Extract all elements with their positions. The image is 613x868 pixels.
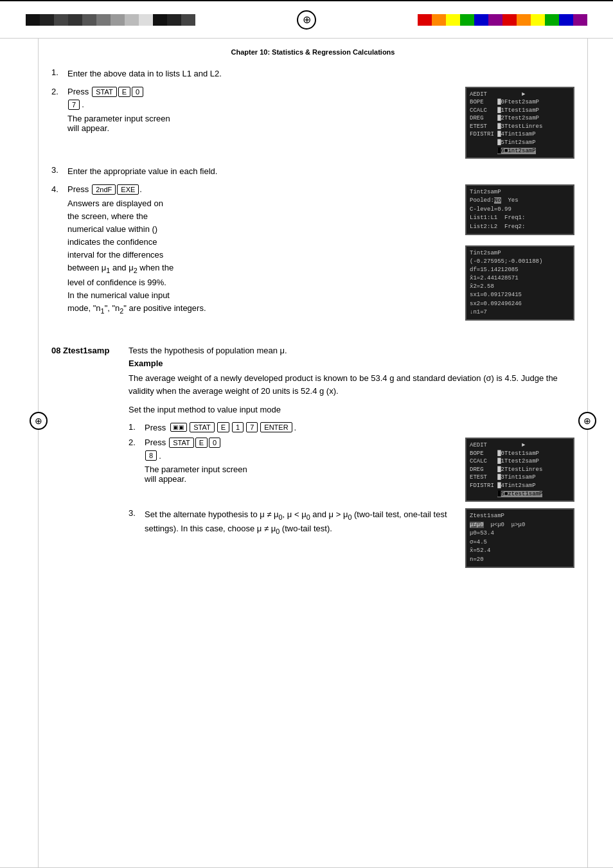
z-step-3-content: 3. Set the alternate hypothesis to μ ≠ μ…: [129, 508, 459, 536]
z-step-3-header: 3. Set the alternate hypothesis to μ ≠ μ…: [129, 508, 459, 536]
step-4-row: 4. Press 2ndF EXE . Answers are displaye…: [51, 184, 574, 321]
z-step-3-number: 3.: [129, 508, 145, 518]
z-step-1: 1. Press ▣▣ STAT E 1 7 ENTER .: [129, 422, 574, 432]
left-margin: ⊕: [0, 39, 39, 867]
ztest-desc: Tests the hypothesis of population mean …: [129, 346, 287, 355]
step-2-content: 2. Press STAT E 0 7 . The parameter inpu…: [51, 87, 459, 133]
compass-right-icon: ⊕: [578, 412, 596, 430]
step-4-screens: Tint2samP Pooled:No Yes C-level=0.99 Lis…: [465, 184, 574, 321]
step-2-period: .: [82, 100, 84, 109]
z-step-3-text: Set the alternate hypothesis to μ ≠ μ0, …: [145, 508, 459, 536]
screen-5: Ztest1samP μ≠μ0 μ<μ0 μ>μ0 μ0=53.4 σ=4.5 …: [465, 508, 574, 568]
main-content: Chapter 10: Statistics & Regression Calc…: [39, 39, 587, 867]
key-8-z2[interactable]: 8: [145, 450, 157, 461]
step-2-screens: AEDIT ► BOPE █0Ftest2samP CCALC █1Ttest1…: [465, 87, 574, 159]
key-1-z1[interactable]: 1: [232, 422, 244, 432]
step-2-key7: 7 .: [67, 100, 84, 110]
step-1-number: 1.: [51, 67, 67, 77]
screen-4: AEDIT ► BOPE █0Ttest1samP CCALC █1Ttest2…: [465, 438, 574, 502]
key-0-1[interactable]: 0: [132, 87, 143, 97]
key-enter-z1[interactable]: ENTER: [260, 422, 292, 432]
step-4-number: 4.: [51, 184, 67, 194]
step-4-header: 4. Press 2ndF EXE .: [51, 184, 459, 195]
step-4-content: 4. Press 2ndF EXE . Answers are displaye…: [51, 184, 459, 317]
step-3-text: Enter the appropriate value in each fiel…: [67, 165, 574, 178]
key-e-z1[interactable]: E: [217, 422, 229, 432]
step-2-press-label: Press: [67, 87, 89, 96]
step-2-row: 2. Press STAT E 0 7 . The parameter inpu…: [51, 87, 574, 159]
z-step-1-number: 1.: [129, 422, 145, 432]
example-title: Example: [129, 359, 574, 368]
key-stat-z2[interactable]: STAT: [169, 438, 193, 448]
z-step-3-screens: Ztest1samP μ≠μ0 μ<μ0 μ>μ0 μ0=53.4 σ=4.5 …: [465, 508, 574, 568]
screen-1: AEDIT ► BOPE █0Ftest2samP CCALC █1Ttest1…: [465, 87, 574, 159]
z-step-2-header: 2. Press STAT E 0: [129, 438, 459, 448]
key-0-z2[interactable]: 0: [209, 438, 220, 448]
screen-2: Tint2samP Pooled:No Yes C-level=0.99 Lis…: [465, 184, 574, 236]
top-border: ⊕: [0, 0, 613, 39]
step-3-number: 3.: [51, 165, 67, 175]
z-step-1-content: Press ▣▣ STAT E 1 7 ENTER .: [145, 422, 296, 432]
key-stat-z1[interactable]: STAT: [190, 422, 214, 432]
z-step-3-row: 3. Set the alternate hypothesis to μ ≠ μ…: [129, 508, 574, 568]
ztest-row: 08 Ztest1samp Tests the hypothesis of po…: [51, 346, 574, 355]
key-e-1[interactable]: E: [118, 87, 130, 97]
key-7-1[interactable]: 7: [68, 100, 80, 110]
compass-left-icon: ⊕: [30, 412, 48, 430]
z-step-2-row: 2. Press STAT E 0 8 . The parameter inpu…: [129, 438, 574, 502]
key-stat-1[interactable]: STAT: [92, 87, 116, 97]
set-input-text: Set the input method to value input mode: [129, 403, 574, 417]
key-menu[interactable]: ▣▣: [170, 423, 187, 432]
key-exe-1[interactable]: EXE: [117, 184, 139, 195]
key-7-z1[interactable]: 7: [246, 422, 258, 432]
z-step-2-key8: 8 .: [145, 450, 161, 461]
key-2ndf-1[interactable]: 2ndF: [92, 184, 116, 195]
z-step-2-desc: The parameter input screenwill appear.: [145, 465, 459, 484]
step-1: 1. Enter the above data in to lists L1 a…: [51, 67, 574, 80]
z-step-1-press: Press: [145, 423, 166, 432]
z-step-2-screens: AEDIT ► BOPE █0Ttest1samP CCALC █1Ttest2…: [465, 438, 574, 502]
compass-icon: ⊕: [297, 10, 316, 30]
key-e-z2[interactable]: E: [195, 438, 208, 448]
chapter-header: Chapter 10: Statistics & Regression Calc…: [51, 48, 574, 56]
screen-3: Tint2samP (-0.275955;-0.001188) df=15.14…: [465, 245, 574, 320]
step-2-desc: The parameter input screenwill appear.: [67, 114, 459, 133]
z-step-2-content: 2. Press STAT E 0 8 . The parameter inpu…: [129, 438, 459, 484]
step-1-text: Enter the above data in to lists L1 and …: [67, 67, 574, 80]
step-2-number: 2.: [51, 87, 67, 96]
step-4-desc: Answers are displayed on the screen, whe…: [67, 197, 459, 317]
ztest-label: 08 Ztest1samp: [51, 346, 129, 355]
example-block: Example The average weight of a newly de…: [129, 359, 574, 569]
step-4-period: .: [139, 184, 142, 194]
step-2-header: 2. Press STAT E 0: [51, 87, 459, 97]
step-3: 3. Enter the appropriate value in each f…: [51, 165, 574, 178]
z-step-1-period: .: [294, 423, 297, 432]
color-bar-right: [418, 14, 587, 26]
page-layout: ⊕ Chapter 10: Statistics & Regression Ca…: [0, 39, 613, 867]
color-bar-left: [26, 14, 195, 26]
z-step-2-press: Press: [145, 438, 166, 447]
right-margin: ⊕: [587, 39, 613, 867]
example-text: The average weight of a newly developed …: [129, 372, 574, 399]
z-step-2-period: .: [159, 451, 161, 461]
z-step-2-number: 2.: [129, 438, 145, 447]
step-4-press-label: Press: [67, 184, 89, 194]
